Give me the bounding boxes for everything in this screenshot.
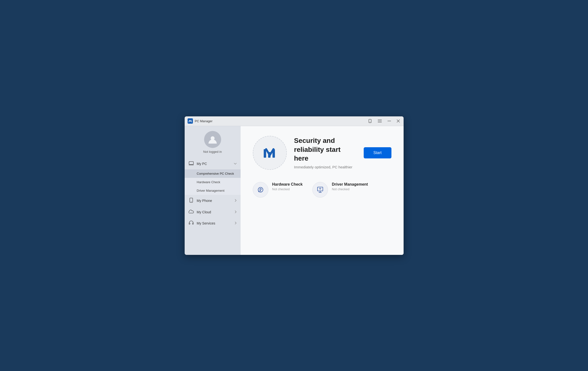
avatar	[204, 131, 221, 148]
sidebar-sub-item-driver-management[interactable]: Driver Management	[185, 186, 241, 195]
sidebar-sub-item-hardware-check[interactable]: Hardware Check	[185, 178, 241, 186]
svg-rect-0	[188, 118, 193, 124]
app-window: PC Manager	[185, 116, 404, 255]
menu-button[interactable]	[377, 119, 383, 123]
svg-point-13	[191, 201, 191, 202]
hero-text: Security and reliability start here Imme…	[294, 136, 357, 169]
svg-point-2	[370, 122, 370, 122]
title-bar-controls	[367, 119, 401, 123]
title-bar-logo: PC Manager	[188, 118, 367, 124]
user-status: Not logged in	[203, 150, 222, 154]
sidebar-item-my-phone-label: My Phone	[197, 199, 232, 203]
svg-rect-15	[192, 223, 193, 224]
chevron-right-icon-2	[235, 211, 237, 214]
content-area: Security and reliability start here Imme…	[241, 126, 404, 255]
svg-rect-14	[189, 223, 190, 224]
hardware-check-info: Hardware Check Not checked	[272, 182, 303, 191]
svg-point-21	[260, 191, 261, 191]
laptop-icon	[189, 161, 194, 166]
start-button[interactable]: Start	[364, 147, 391, 158]
hardware-check-icon-circle	[253, 182, 268, 198]
driver-management-status: Not checked	[332, 187, 368, 191]
title-bar-title: PC Manager	[195, 119, 213, 123]
chevron-right-icon	[235, 199, 237, 203]
hero-logo-circle	[253, 136, 287, 170]
phone-button[interactable]	[367, 119, 373, 123]
hardware-check-icon	[256, 186, 265, 194]
nav-section: My PC Comprehensive PC Check Hardware Ch…	[185, 158, 241, 251]
cards-section: Hardware Check Not checked	[253, 182, 391, 198]
phone-icon	[189, 198, 194, 204]
driver-management-icon-circle	[312, 182, 328, 198]
hardware-check-card[interactable]: Hardware Check Not checked	[253, 182, 303, 198]
user-section: Not logged in	[185, 131, 241, 158]
sidebar-item-my-pc[interactable]: My PC	[185, 158, 241, 169]
sidebar-item-my-services[interactable]: My Services	[185, 218, 241, 229]
hero-logo-icon	[261, 144, 278, 161]
chevron-right-icon-3	[235, 221, 237, 225]
hero-section: Security and reliability start here Imme…	[253, 136, 391, 170]
sidebar: Not logged in My PC	[185, 126, 241, 255]
minimize-button[interactable]	[387, 120, 392, 122]
close-button[interactable]	[396, 119, 401, 123]
hero-subtitle: Immediately optimized, PC healthier	[294, 165, 357, 169]
sidebar-item-my-cloud[interactable]: My Cloud	[185, 207, 241, 218]
headset-icon	[189, 221, 194, 226]
cloud-icon	[189, 210, 194, 215]
hero-title: Security and reliability start here	[294, 136, 357, 163]
chevron-down-icon	[234, 162, 237, 165]
my-pc-sub-nav: Comprehensive PC Check Hardware Check Dr…	[185, 169, 241, 195]
driver-management-card[interactable]: Driver Management Not checked	[312, 182, 368, 198]
hardware-check-status: Not checked	[272, 187, 303, 191]
main-layout: Not logged in My PC	[185, 126, 404, 255]
app-logo-icon	[188, 118, 193, 124]
sidebar-item-my-services-label: My Services	[197, 221, 232, 225]
avatar-icon	[208, 134, 218, 145]
sidebar-sub-item-comprehensive-pc-check[interactable]: Comprehensive PC Check	[185, 169, 241, 178]
driver-management-info: Driver Management Not checked	[332, 182, 368, 191]
driver-management-icon	[316, 186, 324, 194]
driver-management-title: Driver Management	[332, 182, 368, 187]
svg-rect-10	[189, 161, 193, 164]
sidebar-item-my-pc-label: My PC	[197, 162, 231, 166]
sidebar-item-my-cloud-label: My Cloud	[197, 210, 232, 214]
hardware-check-title: Hardware Check	[272, 182, 303, 187]
title-bar: PC Manager	[185, 116, 404, 126]
sidebar-item-my-phone[interactable]: My Phone	[185, 195, 241, 207]
